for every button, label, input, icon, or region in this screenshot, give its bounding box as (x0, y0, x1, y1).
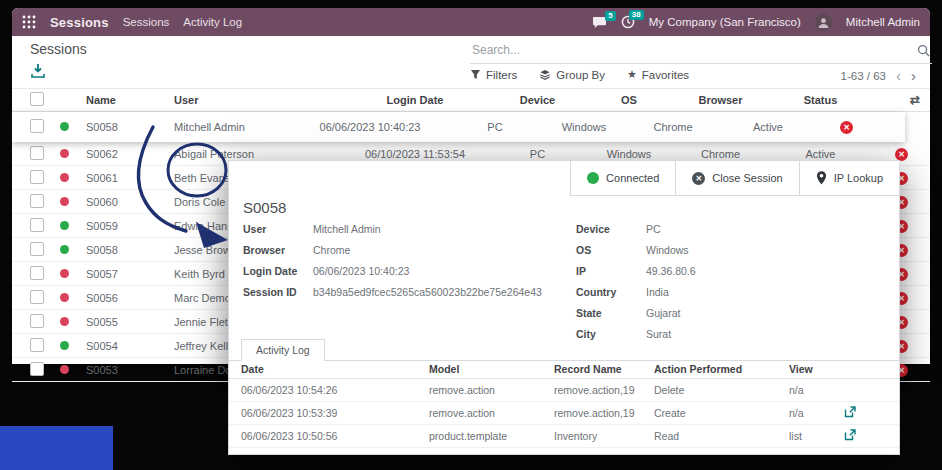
cell-name: S0057 (82, 268, 170, 280)
row-checkbox[interactable] (30, 146, 44, 160)
session-detail-panel: Connected ✕ Close Session IP Lookup S005… (228, 160, 900, 455)
external-link-icon[interactable] (844, 429, 856, 443)
cell-action-performed: Delete (654, 384, 789, 396)
cell-browser: Chrome (628, 121, 718, 133)
table-row[interactable]: S0058 Mitchell Admin 06/06/2023 10:40:23… (12, 112, 905, 142)
app-name[interactable]: Sessions (50, 15, 109, 30)
row-checkbox[interactable] (30, 314, 44, 328)
field-row: Browser Chrome (243, 244, 563, 256)
field-value: 49.36.80.6 (646, 265, 696, 277)
cell-status: Active (768, 148, 873, 160)
close-session-button[interactable]: ✕ Close Session (675, 161, 798, 195)
session-title: S0058 (243, 199, 286, 216)
col-name[interactable]: Name (82, 94, 170, 106)
status-dot-icon (60, 122, 69, 131)
field-label: Session ID (243, 286, 313, 298)
favorites-button[interactable]: ★ Favorites (627, 68, 689, 81)
field-label: User (243, 223, 313, 235)
cell-date: 06/06/2023 10:53:39 (241, 407, 429, 419)
field-label: Browser (243, 244, 313, 256)
search-icon[interactable] (917, 43, 930, 61)
cell-name: S0061 (82, 172, 170, 184)
status-dot-icon (60, 317, 69, 326)
blue-corner-box (0, 426, 113, 470)
pager-next-icon[interactable]: › (911, 68, 916, 83)
field-value: Gujarat (646, 307, 680, 319)
group-by-button[interactable]: Group By (539, 69, 605, 81)
menu-sessions[interactable]: Sessions (123, 16, 170, 28)
funnel-icon (470, 69, 481, 80)
col-browser[interactable]: Browser (673, 94, 768, 106)
row-checkbox[interactable] (30, 338, 44, 352)
field-value: Chrome (313, 244, 350, 256)
map-pin-icon (816, 171, 827, 185)
star-icon: ★ (627, 68, 637, 81)
close-session-icon[interactable]: ✕ (840, 121, 853, 134)
activities-button[interactable]: 38 (621, 15, 635, 29)
row-checkbox[interactable] (30, 242, 44, 256)
cell-os: Windows (585, 148, 673, 160)
cell-name: S0060 (82, 196, 170, 208)
avatar (815, 14, 832, 31)
field-value: PC (646, 223, 661, 235)
field-row: Login Date 06/06/2023 10:40:23 (243, 265, 563, 277)
cell-user: Abigail Peterson (170, 148, 340, 160)
row-checkbox[interactable] (30, 290, 44, 304)
fields-right: Device PC OS Windows IP 49.36.80.6 Count… (576, 223, 876, 349)
cell-name: S0056 (82, 292, 170, 304)
toggle-columns-icon[interactable]: ⇄ (906, 93, 930, 107)
layers-icon (539, 69, 551, 80)
search-bar (470, 39, 932, 64)
menu-activity-log[interactable]: Activity Log (183, 16, 242, 28)
col-login-date[interactable]: Login Date (340, 94, 490, 106)
row-checkbox[interactable] (30, 194, 44, 208)
breadcrumb[interactable]: Sessions (30, 41, 87, 57)
field-row: IP 49.36.80.6 (576, 265, 876, 277)
company-switcher[interactable]: My Company (San Francisco) (649, 16, 801, 28)
export-button[interactable] (30, 63, 48, 81)
field-value: India (646, 286, 669, 298)
row-checkbox[interactable] (30, 266, 44, 280)
row-checkbox[interactable] (30, 119, 44, 133)
field-value: 06/06/2023 10:40:23 (313, 265, 409, 277)
status-dot-icon (60, 221, 69, 230)
external-link-icon[interactable] (844, 406, 856, 420)
status-dot-icon (60, 149, 69, 158)
user-menu[interactable]: Mitchell Admin (846, 16, 920, 28)
cell-login-date: 06/06/2023 10:40:23 (290, 121, 450, 133)
cell-record-name: remove.action,19 (554, 407, 654, 419)
messages-button[interactable]: 5 (592, 16, 607, 29)
cell-browser: Chrome (673, 148, 768, 160)
cell-action-performed: Read (654, 430, 789, 442)
select-all-checkbox[interactable] (30, 92, 44, 106)
col-device[interactable]: Device (490, 94, 585, 106)
filters-button[interactable]: Filters (470, 69, 517, 81)
activity-log-header: Date Model Record Name Action Performed … (229, 360, 899, 379)
cell-login-date: 06/10/2023 11:53:54 (340, 148, 490, 160)
status-dot-icon (60, 245, 69, 254)
activities-badge: 38 (629, 10, 644, 20)
field-row: OS Windows (576, 244, 876, 256)
status-dot-icon (60, 365, 69, 374)
control-panel: Sessions Filters Group By ★ Favorites (12, 36, 930, 89)
close-circle-icon: ✕ (692, 172, 705, 185)
pager-prev-icon[interactable]: ‹ (896, 68, 901, 83)
status-dot-icon (60, 269, 69, 278)
row-checkbox[interactable] (30, 362, 44, 376)
tab-activity-log[interactable]: Activity Log (241, 339, 325, 361)
col-status[interactable]: Status (768, 94, 873, 106)
cell-name: S0058 (82, 121, 170, 133)
close-session-icon[interactable]: ✕ (895, 148, 908, 161)
col-user[interactable]: User (170, 94, 340, 106)
row-checkbox[interactable] (30, 170, 44, 184)
col-os[interactable]: OS (585, 94, 673, 106)
connected-button[interactable]: Connected (571, 161, 675, 195)
field-value: Windows (646, 244, 689, 256)
cell-status: Active (718, 121, 818, 133)
cell-model: remove.action (429, 384, 554, 396)
ip-lookup-button[interactable]: IP Lookup (799, 161, 899, 195)
search-input[interactable] (470, 39, 892, 57)
row-checkbox[interactable] (30, 218, 44, 232)
apps-menu-icon[interactable] (22, 15, 36, 29)
field-value: b34b9a5ed9fcec5265ca560023b22be75e264e43 (313, 286, 542, 298)
